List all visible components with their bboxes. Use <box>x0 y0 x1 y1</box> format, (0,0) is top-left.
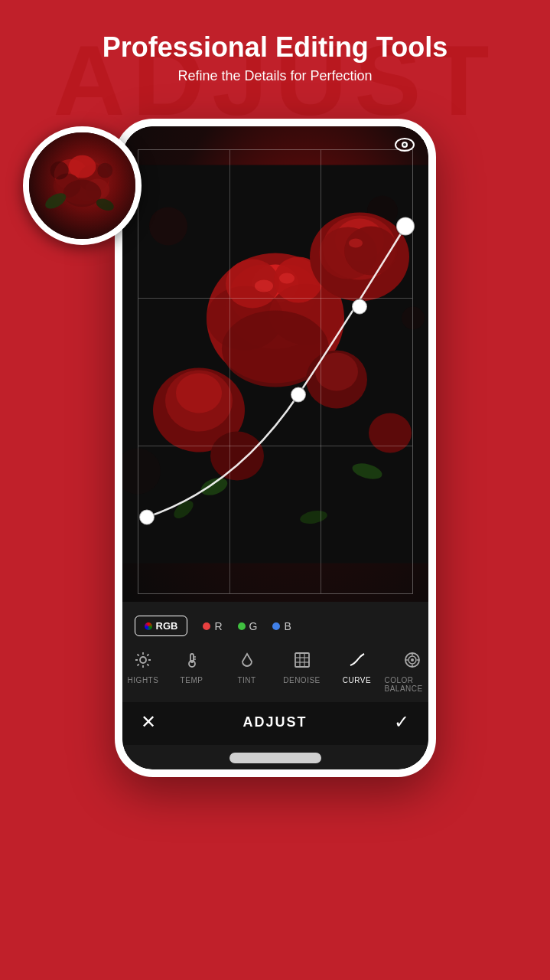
header-title: Professional Editing Tools <box>0 31 550 64</box>
rgb-channel-button[interactable]: RGB <box>135 616 188 636</box>
highlights-label: HIGHTS <box>128 676 159 684</box>
tool-temp[interactable]: TEMP <box>164 648 220 688</box>
tool-curve[interactable]: CURVE <box>330 648 385 688</box>
before-preview-circle <box>23 126 142 245</box>
svg-rect-65 <box>295 653 309 667</box>
curve-label: CURVE <box>343 676 371 684</box>
svg-point-8 <box>97 163 112 178</box>
svg-point-6 <box>63 180 102 207</box>
tint-icon <box>239 652 255 673</box>
color-balance-icon <box>404 652 421 673</box>
svg-point-51 <box>403 143 406 146</box>
b-channel-button[interactable]: B <box>272 620 291 632</box>
svg-point-46 <box>291 387 306 403</box>
action-title: ADJUST <box>242 714 307 730</box>
header-section: Professional Editing Tools Refine the De… <box>0 31 550 84</box>
denoise-icon <box>294 652 311 673</box>
tool-bar: HIGHTS TEMP <box>122 644 428 702</box>
svg-point-52 <box>140 657 146 663</box>
svg-point-45 <box>139 510 155 525</box>
action-bar: ✕ ADJUST ✓ <box>122 702 428 745</box>
tool-highlights[interactable]: HIGHTS <box>122 648 164 688</box>
svg-point-48 <box>396 217 415 236</box>
rgb-dot <box>145 622 152 630</box>
g-dot <box>238 622 246 630</box>
before-preview-image <box>29 132 135 239</box>
g-label: G <box>249 620 258 632</box>
rgb-label: RGB <box>156 620 178 632</box>
r-label: R <box>214 620 222 632</box>
svg-line-60 <box>138 664 139 665</box>
cancel-button[interactable]: ✕ <box>141 711 156 733</box>
g-channel-button[interactable]: G <box>238 620 258 632</box>
denoise-label: DENOISE <box>283 676 321 684</box>
phone-frame: RGB R G B <box>115 119 436 777</box>
header-subtitle: Refine the Details for Perfection <box>0 68 550 84</box>
svg-point-47 <box>352 299 367 315</box>
tool-tint[interactable]: TINT <box>220 648 275 688</box>
svg-line-70 <box>350 654 364 665</box>
color-balance-label: COLOR BALANCE <box>385 676 428 693</box>
confirm-button[interactable]: ✓ <box>394 711 409 733</box>
rgb-selector: RGB R G B <box>122 611 428 644</box>
b-label: B <box>284 620 291 632</box>
tint-label: TINT <box>237 676 255 684</box>
curve-svg <box>122 126 428 602</box>
bottom-controls: RGB R G B <box>122 602 428 769</box>
phone-inner: RGB R G B <box>122 126 428 769</box>
svg-line-57 <box>138 655 139 656</box>
r-channel-button[interactable]: R <box>203 620 222 632</box>
highlights-icon <box>135 652 151 673</box>
svg-line-59 <box>147 655 148 656</box>
temp-label: TEMP <box>181 676 203 684</box>
tool-denoise[interactable]: DENOISE <box>275 648 330 688</box>
svg-line-58 <box>147 664 148 665</box>
home-button[interactable] <box>229 753 321 763</box>
curve-icon <box>349 652 366 673</box>
tool-color-balance[interactable]: COLOR BALANCE <box>385 648 428 696</box>
temp-icon <box>184 652 200 673</box>
b-dot <box>272 622 280 630</box>
eye-icon[interactable] <box>395 137 415 157</box>
image-area[interactable] <box>122 126 428 602</box>
r-dot <box>203 622 210 630</box>
svg-point-7 <box>50 162 69 180</box>
svg-point-73 <box>411 658 414 662</box>
